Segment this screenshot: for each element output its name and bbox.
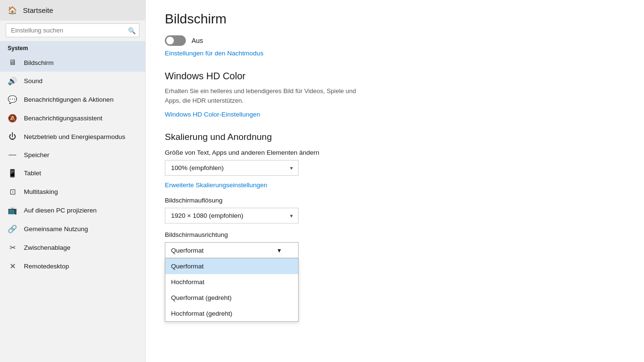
project-icon: 📺	[8, 206, 17, 215]
share-icon: 🔗	[8, 224, 17, 234]
nachtmodus-link[interactable]: Einstellungen für den Nachtmodus	[165, 50, 263, 57]
remote-icon: ✕	[8, 262, 17, 271]
assistant-icon: 🔕	[8, 114, 17, 123]
hd-color-description: Erhalten Sie ein helleres und lebendiger…	[165, 86, 365, 105]
skalierung-dropdown[interactable]: 100% (empfohlen) 125% 150%	[165, 160, 299, 176]
toggle-row: Aus	[165, 35, 625, 46]
sidebar-item-label: Benachrichtigungsassistent	[24, 115, 102, 122]
erweiterte-skalierung-link[interactable]: Erweiterte Skalierungseinstellungen	[165, 181, 268, 189]
sidebar-item-bildschirm[interactable]: 🖥 Bildschirm	[0, 53, 145, 72]
sidebar-item-label: Bildschirm	[24, 59, 54, 66]
toggle-label: Aus	[192, 37, 203, 44]
ausrichtung-label: Bildschirmausrichtung	[165, 231, 625, 238]
ausrichtung-dropdown-toggle[interactable]: Querformat ▾	[165, 242, 299, 258]
sidebar: 🏠 Startseite 🔍 System 🖥 Bildschirm 🔊 Sou…	[0, 0, 146, 362]
search-input[interactable]	[6, 23, 140, 37]
sidebar-item-label: Zwischenablage	[24, 244, 71, 251]
ausrichtung-option-querformat[interactable]: Querformat	[165, 258, 298, 274]
chevron-down-icon-3: ▾	[278, 246, 281, 254]
ausrichtung-dropdown-list: Querformat Hochformat Querformat (gedreh…	[165, 258, 299, 322]
ausrichtung-dropdown-container: Querformat ▾ Querformat Hochformat Querf…	[165, 242, 299, 258]
home-icon: 🏠	[8, 6, 17, 15]
search-box: 🔍	[6, 23, 140, 37]
sidebar-item-netzbetrieb[interactable]: ⏻ Netzbetrieb und Energiesparmodus	[0, 128, 145, 146]
sidebar-item-label: Netzbetrieb und Energiesparmodus	[24, 133, 125, 140]
clipboard-icon: ✂	[8, 243, 17, 252]
sidebar-item-zwischenablage[interactable]: ✂ Zwischenablage	[0, 238, 145, 257]
notification-icon: 💬	[8, 95, 17, 104]
tablet-icon: 📱	[8, 169, 17, 178]
skalierung-dropdown-container: 100% (empfohlen) 125% 150% ▾	[165, 160, 299, 176]
sidebar-item-remotedesktop[interactable]: ✕ Remotedesktop	[0, 257, 145, 276]
hd-color-link[interactable]: Windows HD Color-Einstellungen	[165, 111, 260, 118]
main-content: Bildschirm Aus Einstellungen für den Nac…	[146, 0, 644, 362]
sidebar-item-sound[interactable]: 🔊 Sound	[0, 72, 145, 90]
sidebar-item-label: Speicher	[24, 151, 49, 159]
sidebar-item-label: Auf diesen PC projizieren	[24, 207, 97, 214]
hd-color-title: Windows HD Color	[165, 71, 625, 82]
aufloesung-dropdown[interactable]: 1920 × 1080 (empfohlen) 1280 × 720	[165, 208, 299, 224]
sidebar-item-projizieren[interactable]: 📺 Auf diesen PC projizieren	[0, 201, 145, 220]
storage-icon: —	[8, 150, 17, 159]
sidebar-item-gemeinsam[interactable]: 🔗 Gemeinsame Nutzung	[0, 220, 145, 238]
skalierung-title: Skalierung und Anordnung	[165, 132, 625, 142]
sidebar-home[interactable]: 🏠 Startseite	[0, 0, 145, 21]
nachtmodus-toggle[interactable]	[165, 35, 186, 46]
sidebar-item-speicher[interactable]: — Speicher	[0, 146, 145, 164]
sidebar-item-label: Gemeinsame Nutzung	[24, 225, 88, 233]
ausrichtung-option-hochformat-gedreht[interactable]: Hochformat (gedreht)	[165, 306, 298, 321]
aufloesung-dropdown-container: 1920 × 1080 (empfohlen) 1280 × 720 ▾	[165, 208, 299, 224]
sidebar-item-tablet[interactable]: 📱 Tablet	[0, 164, 145, 182]
aufloesung-label: Bildschirmauflösung	[165, 197, 625, 204]
sound-icon: 🔊	[8, 76, 17, 85]
sidebar-section-label: System	[0, 41, 145, 53]
page-title: Bildschirm	[165, 11, 625, 27]
multitasking-icon: ⊡	[8, 187, 17, 196]
toggle-thumb	[166, 37, 174, 44]
skalierung-field-label: Größe von Text, Apps und anderen Element…	[165, 149, 625, 156]
sidebar-item-label: Remotedesktop	[24, 263, 69, 270]
power-icon: ⏻	[8, 132, 17, 141]
sidebar-item-label: Tablet	[24, 170, 41, 177]
ausrichtung-selected-value: Querformat	[171, 247, 204, 254]
ausrichtung-option-hochformat[interactable]: Hochformat	[165, 274, 298, 290]
sidebar-item-label: Benachrichtigungen & Aktionen	[24, 96, 114, 103]
toggle-track	[165, 35, 186, 46]
sidebar-item-label: Multitasking	[24, 188, 58, 195]
monitor-icon: 🖥	[8, 58, 17, 67]
sidebar-item-benachrichtigungsassistent[interactable]: 🔕 Benachrichtigungsassistent	[0, 109, 145, 128]
sidebar-item-multitasking[interactable]: ⊡ Multitasking	[0, 182, 145, 201]
search-icon: 🔍	[128, 27, 136, 34]
sidebar-item-benachrichtigungen[interactable]: 💬 Benachrichtigungen & Aktionen	[0, 90, 145, 109]
sidebar-item-label: Sound	[24, 77, 43, 85]
sidebar-home-label: Startseite	[23, 6, 53, 14]
ausrichtung-option-querformat-gedreht[interactable]: Querformat (gedreht)	[165, 290, 298, 306]
